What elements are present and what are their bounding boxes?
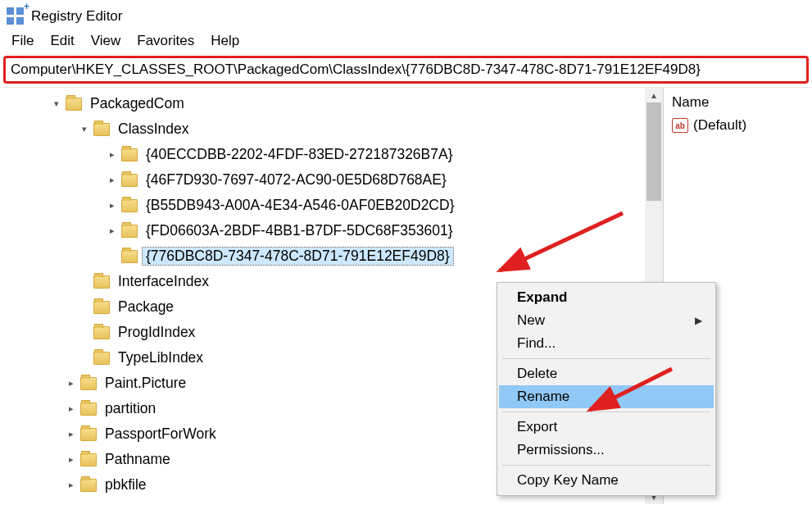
folder-icon — [93, 123, 110, 136]
folder-icon — [121, 250, 138, 263]
window-title: Registry Editor — [31, 8, 122, 25]
folder-icon — [93, 326, 110, 339]
tree-label: Package — [115, 298, 177, 316]
tree-label: ProgIdIndex — [115, 324, 198, 342]
chevron-down-icon[interactable]: ▾ — [77, 125, 92, 134]
tree-label: {776DBC8D-7347-478C-8D71-791E12EF49D8} — [143, 248, 453, 266]
tree-label: pbkfile — [102, 476, 150, 494]
column-header-name[interactable]: Name — [672, 93, 804, 112]
tree-label: ClassIndex — [115, 121, 193, 139]
chevron-right-icon[interactable]: ▸ — [64, 455, 79, 464]
submenu-arrow-icon: ▶ — [695, 315, 702, 326]
tree-node-packagedcom[interactable]: ▾ PackagedCom — [0, 91, 663, 116]
tree-label: {FD06603A-2BDF-4BB1-B7DF-5DC68F353601} — [143, 222, 456, 240]
folder-icon — [121, 174, 138, 187]
context-menu: Expand New ▶ Find... Delete Rename Expor… — [497, 282, 716, 496]
folder-icon — [121, 225, 138, 238]
folder-icon — [80, 453, 97, 466]
mi-label: Rename — [517, 389, 569, 405]
title-bar: Registry Editor — [0, 0, 812, 30]
menu-favorites[interactable]: Favorites — [130, 31, 201, 51]
scroll-thumb[interactable] — [646, 102, 661, 201]
folder-icon — [66, 98, 82, 111]
folder-icon — [80, 377, 97, 390]
tree-label: TypeLibIndex — [115, 349, 206, 367]
tree-label: PackagedCom — [87, 95, 188, 113]
mi-label: Find... — [517, 335, 556, 352]
tree-label: {40ECCDBB-2202-4FDF-83ED-272187326B7A} — [143, 146, 456, 164]
menu-separator — [502, 358, 710, 359]
value-row-default[interactable]: ab (Default) — [672, 117, 804, 134]
tree-label: partition — [102, 400, 159, 418]
chevron-right-icon[interactable]: ▸ — [64, 379, 79, 388]
tree-label: InterfaceIndex — [115, 273, 212, 291]
mi-label: Delete — [517, 366, 557, 382]
context-find[interactable]: Find... — [499, 332, 714, 355]
value-name: (Default) — [693, 117, 746, 134]
chevron-right-icon[interactable]: ▸ — [64, 430, 79, 439]
menu-separator — [502, 412, 710, 412]
context-expand[interactable]: Expand — [499, 286, 714, 309]
string-value-icon: ab — [672, 118, 688, 133]
address-bar[interactable] — [9, 60, 803, 80]
chevron-right-icon[interactable]: ▸ — [64, 480, 79, 489]
tree-label: PassportForWork — [102, 425, 220, 443]
folder-icon — [121, 199, 138, 212]
tree-label: Pathname — [102, 451, 174, 469]
menu-edit[interactable]: Edit — [43, 31, 80, 51]
mi-label: New — [517, 312, 545, 329]
chevron-right-icon[interactable]: ▸ — [64, 404, 79, 413]
context-permissions[interactable]: Permissions... — [499, 439, 714, 462]
chevron-right-icon[interactable]: ▸ — [105, 226, 120, 235]
regedit-icon — [7, 7, 25, 25]
context-new[interactable]: New ▶ — [499, 309, 714, 332]
folder-icon — [93, 301, 110, 314]
menu-help[interactable]: Help — [204, 31, 246, 51]
chevron-down-icon[interactable]: ▾ — [49, 99, 64, 108]
address-bar-highlight — [3, 56, 809, 84]
chevron-right-icon[interactable]: ▸ — [105, 201, 120, 210]
menu-file[interactable]: File — [5, 31, 40, 51]
chevron-right-icon[interactable]: ▸ — [105, 150, 120, 159]
menu-bar: File Edit View Favorites Help — [0, 30, 812, 56]
mi-label: Copy Key Name — [517, 472, 619, 489]
chevron-right-icon[interactable]: ▸ — [105, 175, 120, 184]
context-copy-key-name[interactable]: Copy Key Name — [499, 469, 714, 492]
folder-icon — [80, 428, 97, 441]
folder-icon — [121, 148, 138, 161]
menu-view[interactable]: View — [84, 31, 128, 51]
tree-node-classindex[interactable]: ▾ ClassIndex — [0, 116, 663, 142]
context-rename[interactable]: Rename — [499, 385, 714, 408]
mi-label: Permissions... — [517, 442, 605, 458]
tree-label: {B55DB943-A00A-4E34-A546-0AF0EB20D2CD} — [143, 197, 457, 215]
folder-icon — [80, 403, 97, 416]
scroll-up-icon[interactable]: ▲ — [645, 88, 663, 102]
tree-node-guid-selected[interactable]: {776DBC8D-7347-478C-8D71-791E12EF49D8} — [0, 243, 663, 269]
context-delete[interactable]: Delete — [499, 362, 714, 385]
context-export[interactable]: Export — [499, 416, 714, 439]
menu-separator — [502, 465, 710, 466]
tree-node-guid-2[interactable]: ▸ {B55DB943-A00A-4E34-A546-0AF0EB20D2CD} — [0, 193, 663, 218]
folder-icon — [80, 479, 97, 492]
tree-node-guid-0[interactable]: ▸ {40ECCDBB-2202-4FDF-83ED-272187326B7A} — [0, 142, 663, 167]
mi-label: Export — [517, 419, 557, 435]
mi-label: Expand — [517, 289, 567, 306]
tree-node-guid-1[interactable]: ▸ {46F7D930-7697-4072-AC90-0E5D68D768AE} — [0, 167, 663, 193]
tree-label: Paint.Picture — [102, 375, 189, 393]
tree-label: {46F7D930-7697-4072-AC90-0E5D68D768AE} — [143, 171, 450, 189]
folder-icon — [93, 275, 110, 289]
tree-node-guid-3[interactable]: ▸ {FD06603A-2BDF-4BB1-B7DF-5DC68F353601} — [0, 218, 663, 243]
folder-icon — [93, 352, 110, 365]
